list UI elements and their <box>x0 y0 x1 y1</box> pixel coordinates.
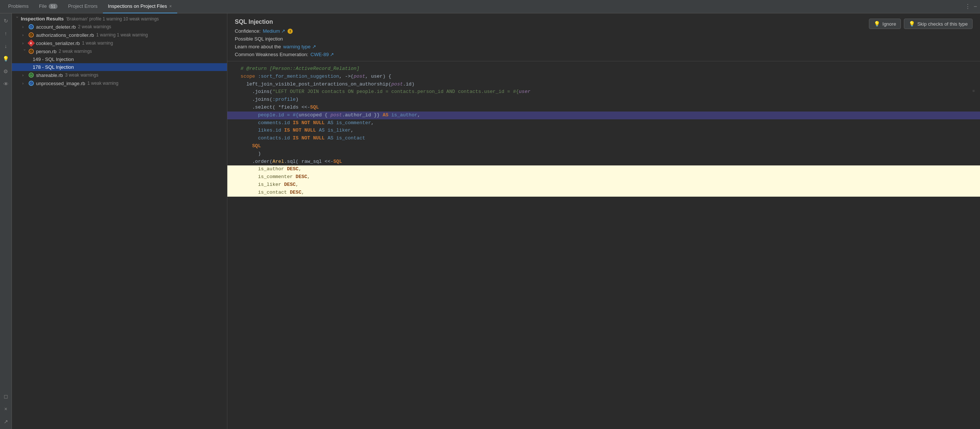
skip-button[interactable]: 💡 Skip checks of this type <box>904 19 972 29</box>
tree-item-unprocessed[interactable]: › C unprocessed_image.rb 1 weak warning <box>12 79 227 88</box>
code-line-10: contacts.id IS NOT NULL AS is_contact <box>228 135 980 142</box>
tab-problems[interactable]: Problems <box>3 0 34 13</box>
code-panel[interactable]: # @return [Person::ActiveRecord_Relation… <box>228 61 980 429</box>
code-line-8: comments.id IS NOT NULL AS is_commenter, <box>228 119 980 127</box>
close-icon[interactable]: × <box>2 405 10 413</box>
confidence-row: Confidence: Medium ↗ ! <box>235 28 864 34</box>
shareable-icon: M <box>28 72 34 78</box>
cookies-chevron: › <box>22 41 27 45</box>
authorizations-label: authorizations_controller.rb <box>36 32 94 38</box>
cwe-row: Common Weakness Enumeration: CWE-89 ↗ <box>235 52 864 57</box>
tab-bar: Problems File 51 Project Errors Inspecti… <box>0 0 980 13</box>
code-line-14: is_author DESC, <box>228 166 980 173</box>
scroll-hint: ≡ <box>972 88 976 95</box>
code-line-4: .joins("LEFT OUTER JOIN contacts ON peop… <box>228 88 980 96</box>
unprocessed-chevron: › <box>22 81 27 86</box>
eye-icon[interactable]: 👁 <box>2 80 10 88</box>
export-icon[interactable]: ↗ <box>2 417 10 426</box>
code-line-2: scope :sort_for_mention_suggestion, ->(p… <box>228 73 980 81</box>
code-line-11: SQL <box>228 142 980 150</box>
tab-file[interactable]: File 51 <box>34 0 63 13</box>
confidence-label: Confidence: <box>235 28 261 34</box>
refresh-icon[interactable]: ↻ <box>2 16 10 25</box>
code-line-7: people.id = #{unscoped { post.author_id … <box>228 112 980 119</box>
tab-file-label: File <box>39 3 47 9</box>
ignore-icon: 💡 <box>874 21 880 27</box>
root-chevron: › <box>15 17 19 21</box>
inspection-info: SQL Injection Confidence: Medium ↗ ! Pos… <box>235 19 864 57</box>
close-tab-icon[interactable]: × <box>169 4 172 9</box>
cookies-meta: 1 weak warning <box>82 40 113 46</box>
person-chevron: › <box>23 49 27 54</box>
tree-child-person-178[interactable]: 178 - SQL Injection <box>12 63 227 71</box>
expand-icon[interactable]: ◻ <box>2 392 10 401</box>
tab-project-errors[interactable]: Project Errors <box>63 0 103 13</box>
bulb-icon[interactable]: 💡 <box>2 54 10 63</box>
code-line-5: .joins(:profile) <box>228 96 980 104</box>
tab-bar-actions: ⋮ − <box>965 3 977 10</box>
left-panel: › Inspection Results 'Brakeman' profile … <box>12 13 228 429</box>
authorizations-icon: C <box>28 32 34 38</box>
person-icon: C <box>28 48 34 54</box>
account-deleter-chevron: › <box>22 25 27 29</box>
tree-item-account-deleter[interactable]: › C account_deleter.rb 2 weak warnings <box>12 23 227 31</box>
ignore-button[interactable]: 💡 Ignore <box>869 19 901 29</box>
person-149-label: 149 - SQL Injection <box>33 56 74 62</box>
inspection-title: SQL Injection <box>235 19 864 25</box>
tree-item-authorizations[interactable]: › C authorizations_controller.rb 1 warni… <box>12 31 227 39</box>
code-line-17: is_contact DESC, <box>228 189 980 197</box>
tree-item-person[interactable]: › C person.rb 2 weak warnings <box>12 47 227 56</box>
tree-root[interactable]: › Inspection Results 'Brakeman' profile … <box>12 15 227 23</box>
unprocessed-meta: 1 weak warning <box>87 81 118 86</box>
scroll-up-icon[interactable]: ↑ <box>2 29 10 38</box>
cwe-link[interactable]: CWE-89 ↗ <box>310 52 334 57</box>
ignore-label: Ignore <box>882 21 896 27</box>
confidence-link[interactable]: Medium ↗ <box>262 28 285 34</box>
tree-child-person-149[interactable]: 149 - SQL Injection <box>12 56 227 63</box>
person-178-label: 178 - SQL Injection <box>33 64 74 70</box>
cwe-prefix: Common Weakness Enumeration: <box>235 52 308 57</box>
inspection-header: SQL Injection Confidence: Medium ↗ ! Pos… <box>228 13 980 61</box>
minimize-icon[interactable]: − <box>974 3 977 10</box>
code-line-9: likes.id IS NOT NULL AS is_liker, <box>228 127 980 135</box>
tab-project-errors-label: Project Errors <box>68 3 97 9</box>
tree-item-shareable[interactable]: › M shareable.rb 3 weak warnings <box>12 71 227 79</box>
warning-type-link[interactable]: warning type ↗ <box>283 44 316 49</box>
account-deleter-label: account_deleter.rb <box>36 24 76 30</box>
shareable-chevron: › <box>22 73 27 77</box>
authorizations-meta: 1 warning 1 weak warning <box>96 32 148 38</box>
person-meta: 2 weak warnings <box>59 49 92 54</box>
root-label: Inspection Results <box>21 16 64 22</box>
tab-inspections[interactable]: Inspections on Project Files × <box>103 0 177 13</box>
code-text: # @return [Person::ActiveRecord_Relation… <box>235 65 359 73</box>
account-deleter-meta: 2 weak warnings <box>78 24 111 29</box>
inspection-actions: 💡 Ignore 💡 Skip checks of this type <box>869 19 972 29</box>
scroll-down-icon[interactable]: ↓ <box>2 41 10 51</box>
code-line-16: is_liker DESC, <box>228 181 980 189</box>
code-line-13: .order(Arel.sql( raw_sql <<-SQL <box>228 158 980 166</box>
tree-container: › Inspection Results 'Brakeman' profile … <box>12 13 227 429</box>
code-line-6: .select( *fields <<-SQL <box>228 104 980 112</box>
inspection-description: Possible SQL injection <box>235 36 283 41</box>
description-row: Possible SQL injection <box>235 36 864 41</box>
code-line-3: left_join_visible_post_interactions_on_a… <box>228 81 980 88</box>
unprocessed-label: unprocessed_image.rb <box>36 81 85 86</box>
settings-icon[interactable]: ⚙ <box>2 67 10 76</box>
learn-more-prefix: Learn more about the <box>235 44 281 49</box>
account-deleter-icon: C <box>28 24 34 30</box>
warning-icon: ! <box>288 29 293 34</box>
file-badge: 51 <box>49 4 57 9</box>
code-line-15: is_commenter DESC, <box>228 173 980 181</box>
skip-icon: 💡 <box>909 21 915 27</box>
main-layout: ↻ ↑ ↓ 💡 ⚙ 👁 ◻ × ↗ › Inspection Results '… <box>0 13 980 429</box>
inspection-meta: Confidence: Medium ↗ ! Possible SQL inje… <box>235 28 864 57</box>
more-options-icon[interactable]: ⋮ <box>965 3 971 10</box>
cookies-icon: R <box>28 40 34 46</box>
shareable-label: shareable.rb <box>36 72 63 78</box>
code-line-1: # @return [Person::ActiveRecord_Relation… <box>228 65 980 73</box>
unprocessed-icon: C <box>28 80 34 86</box>
tree-item-cookies[interactable]: › R cookies_serializer.rb 1 weak warning <box>12 39 227 47</box>
left-toolbar: ↻ ↑ ↓ 💡 ⚙ 👁 ◻ × ↗ <box>0 13 12 429</box>
shareable-meta: 3 weak warnings <box>65 72 98 78</box>
person-label: person.rb <box>36 49 56 54</box>
